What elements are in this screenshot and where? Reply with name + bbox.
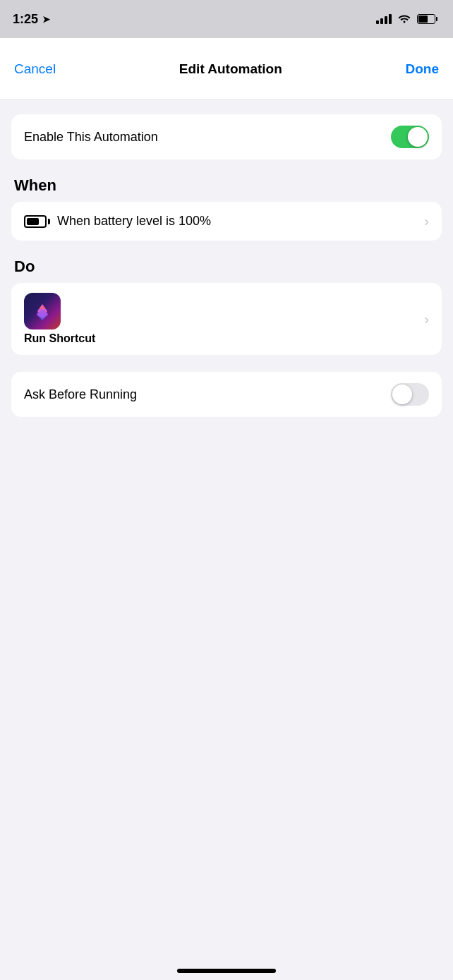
do-card[interactable]: Run Shortcut ›	[11, 283, 442, 355]
done-button[interactable]: Done	[406, 61, 440, 77]
ask-before-running-row: Ask Before Running	[24, 372, 429, 417]
enable-automation-label: Enable This Automation	[24, 130, 158, 145]
trigger-chevron-icon: ›	[424, 213, 429, 229]
page-title: Edit Automation	[179, 61, 282, 77]
signal-bars-icon	[376, 14, 392, 24]
enable-automation-card: Enable This Automation	[11, 114, 442, 159]
location-arrow-icon: ➤	[42, 14, 50, 25]
when-heading: When	[11, 176, 442, 195]
ask-before-running-toggle[interactable]	[391, 383, 429, 406]
ask-before-running-label: Ask Before Running	[24, 387, 137, 402]
cancel-button[interactable]: Cancel	[14, 61, 56, 77]
toggle-thumb	[408, 127, 428, 147]
enable-automation-row: Enable This Automation	[24, 114, 429, 159]
trigger-left: When battery level is 100%	[24, 214, 211, 229]
run-shortcut-title: Run Shortcut	[24, 332, 95, 345]
enable-automation-toggle[interactable]	[391, 126, 429, 148]
time-label: 1:25	[13, 12, 38, 27]
nav-bar: Cancel Edit Automation Done	[0, 38, 453, 100]
do-heading: Do	[11, 258, 442, 276]
battery-status-icon	[417, 14, 437, 24]
status-time: 1:25 ➤	[13, 12, 50, 27]
content-area: Enable This Automation When When battery…	[0, 100, 453, 448]
run-shortcut-left: Run Shortcut	[24, 293, 95, 345]
wifi-icon	[397, 12, 411, 26]
status-icons	[376, 12, 437, 26]
home-indicator	[177, 969, 276, 973]
ask-toggle-thumb	[392, 385, 412, 404]
trigger-row[interactable]: When battery level is 100% ›	[24, 202, 429, 241]
ask-before-running-card: Ask Before Running	[11, 372, 442, 417]
run-shortcut-chevron-icon: ›	[424, 311, 429, 327]
when-card: When battery level is 100% ›	[11, 202, 442, 241]
shortcuts-app-icon	[24, 293, 61, 329]
trigger-label: When battery level is 100%	[57, 214, 211, 229]
status-bar: 1:25 ➤	[0, 0, 453, 38]
battery-trigger-icon	[24, 215, 50, 228]
svg-marker-2	[37, 309, 48, 318]
